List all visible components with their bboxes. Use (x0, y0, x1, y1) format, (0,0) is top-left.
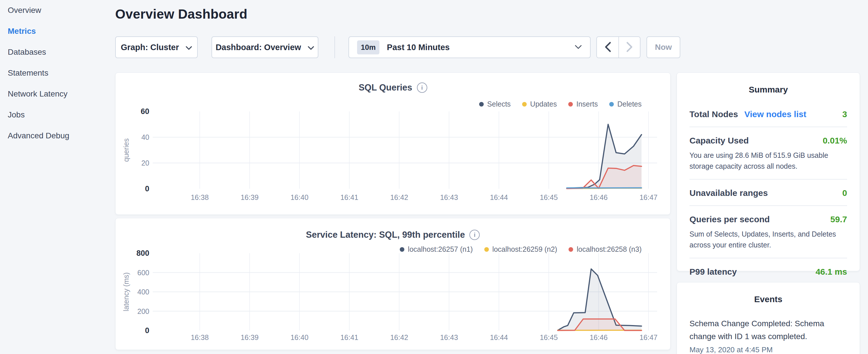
svg-text:0: 0 (145, 185, 149, 193)
sidebar-item-network-latency[interactable]: Network Latency (8, 89, 111, 99)
summary-label: P99 latency (689, 267, 737, 277)
chevron-down-icon (308, 43, 314, 52)
svg-text:16:47: 16:47 (640, 193, 658, 201)
time-next-button[interactable] (618, 37, 640, 58)
events-panel: Events Schema Change Completed: Schema c… (677, 282, 860, 354)
summary-value: 59.7 (831, 215, 847, 224)
nodes-list-link[interactable]: View nodes list (744, 109, 806, 119)
svg-text:16:42: 16:42 (390, 333, 408, 342)
svg-text:16:38: 16:38 (191, 193, 209, 201)
svg-text:16:39: 16:39 (241, 193, 259, 201)
chart-plot: 16:3816:3916:4016:4116:4216:4316:4416:45… (116, 73, 671, 216)
page-title: Overview Dashboard (115, 6, 247, 22)
sidebar-item-label: Jobs (8, 110, 25, 119)
sidebar-item-statements[interactable]: Statements (8, 68, 111, 77)
summary-row-total-nodes: Total NodesView nodes list3 (689, 109, 847, 119)
svg-text:16:38: 16:38 (191, 333, 209, 342)
svg-text:16:46: 16:46 (590, 193, 608, 201)
event-text: Schema Change Completed: Schema change w… (689, 317, 827, 343)
graph-dropdown[interactable]: Graph: Cluster (115, 36, 198, 58)
sidebar-item-label: Databases (8, 47, 46, 57)
time-step-buttons (596, 36, 641, 58)
toolbar: Graph: Cluster Dashboard: Overview 10m P… (115, 36, 680, 58)
sql-queries-chart-card: SQL Queries i SelectsUpdatesInsertsDelet… (115, 72, 671, 215)
svg-text:16:45: 16:45 (540, 193, 558, 201)
summary-rows: Total NodesView nodes list3Capacity Used… (689, 109, 847, 277)
events-title: Events (677, 294, 860, 304)
summary-value: 0 (842, 188, 847, 198)
info-icon[interactable]: i (469, 230, 480, 240)
dashboard-dropdown[interactable]: Dashboard: Overview (212, 36, 318, 58)
legend-item-updates[interactable]: Updates (522, 100, 557, 108)
summary-divider (689, 127, 847, 127)
summary-divider (689, 205, 847, 206)
svg-text:40: 40 (141, 133, 149, 141)
legend-item-selects[interactable]: Selects (479, 100, 510, 108)
summary-label: Unavailable ranges (689, 188, 768, 198)
legend-item-localhost-26258-n3-[interactable]: localhost:26258 (n3) (568, 245, 642, 254)
time-range-badge: 10m (357, 40, 379, 55)
legend-dot-icon (568, 247, 573, 252)
svg-text:16:46: 16:46 (590, 333, 608, 342)
svg-text:16:39: 16:39 (241, 333, 259, 342)
page: OverviewMetricsDatabasesStatementsNetwor… (0, 0, 868, 354)
sidebar-item-label: Advanced Debug (8, 131, 69, 140)
summary-panel: Summary Total NodesView nodes list3Capac… (677, 72, 860, 271)
legend-dot-icon (609, 102, 614, 106)
toolbar-divider (334, 36, 335, 58)
chevron-right-icon (626, 41, 633, 53)
sidebar-list: OverviewMetricsDatabasesStatementsNetwor… (8, 6, 111, 140)
svg-text:16:40: 16:40 (290, 193, 309, 201)
svg-text:16:44: 16:44 (490, 193, 508, 201)
time-range-picker[interactable]: 10m Past 10 Minutes (348, 36, 591, 58)
sidebar-item-databases[interactable]: Databases (8, 47, 111, 57)
chart-title: SQL Queries (359, 83, 412, 93)
legend-item-deletes[interactable]: Deletes (609, 100, 642, 108)
sidebar-item-label: Network Latency (8, 89, 68, 98)
summary-label: Capacity Used (689, 136, 749, 146)
legend-item-inserts[interactable]: Inserts (568, 100, 598, 108)
summary-row-top: Total NodesView nodes list3 (689, 109, 847, 119)
summary-description: Sum of Selects, Updates, Inserts, and De… (689, 229, 847, 250)
chart-legend: localhost:26257 (n1)localhost:26259 (n2)… (400, 245, 642, 254)
summary-row-top: Capacity Used0.01% (689, 136, 847, 146)
legend-dot-icon (484, 247, 489, 252)
summary-value: 3 (842, 109, 847, 119)
summary-value: 46.1 ms (815, 267, 847, 277)
legend-item-localhost-26257-n1-[interactable]: localhost:26257 (n1) (400, 245, 473, 254)
svg-text:800: 800 (136, 249, 149, 257)
summary-label: Total Nodes (689, 109, 738, 119)
svg-text:16:40: 16:40 (290, 333, 309, 342)
graph-dropdown-label: Graph: Cluster (121, 43, 179, 52)
chart-legend: SelectsUpdatesInsertsDeletes (479, 100, 642, 108)
sidebar-item-advanced-debug[interactable]: Advanced Debug (8, 131, 111, 140)
summary-row-capacity-used: Capacity Used0.01%You are using 28.6 MiB… (689, 136, 847, 171)
legend-label: Deletes (617, 100, 642, 108)
info-icon[interactable]: i (417, 83, 427, 93)
chart-title: Service Latency: SQL, 99th percentile (306, 230, 465, 240)
now-button[interactable]: Now (647, 36, 680, 58)
summary-divider (689, 179, 847, 180)
events-list: Schema Change Completed: Schema change w… (689, 317, 847, 354)
summary-row-top: Queries per second59.7 (689, 215, 847, 224)
legend-item-localhost-26259-n2-[interactable]: localhost:26259 (n2) (484, 245, 557, 254)
sidebar-item-metrics[interactable]: Metrics (8, 27, 111, 36)
svg-text:0: 0 (145, 326, 149, 335)
legend-label: localhost:26258 (n3) (577, 245, 642, 254)
legend-dot-icon (522, 102, 527, 106)
svg-text:latency (ms): latency (ms) (122, 272, 130, 311)
svg-text:16:41: 16:41 (340, 333, 359, 342)
svg-text:16:44: 16:44 (490, 333, 508, 342)
svg-text:600: 600 (137, 269, 149, 277)
legend-label: Selects (487, 100, 510, 108)
summary-row-unavailable-ranges: Unavailable ranges0 (689, 188, 847, 198)
svg-text:queries: queries (122, 138, 130, 162)
summary-value: 0.01% (823, 136, 847, 146)
summary-label: Queries per second (689, 215, 770, 224)
sidebar-item-jobs[interactable]: Jobs (8, 110, 111, 120)
sidebar-item-overview[interactable]: Overview (8, 6, 111, 15)
time-prev-button[interactable] (597, 37, 618, 58)
svg-text:60: 60 (141, 107, 149, 116)
chevron-left-icon (604, 41, 612, 53)
summary-title: Summary (677, 85, 860, 95)
